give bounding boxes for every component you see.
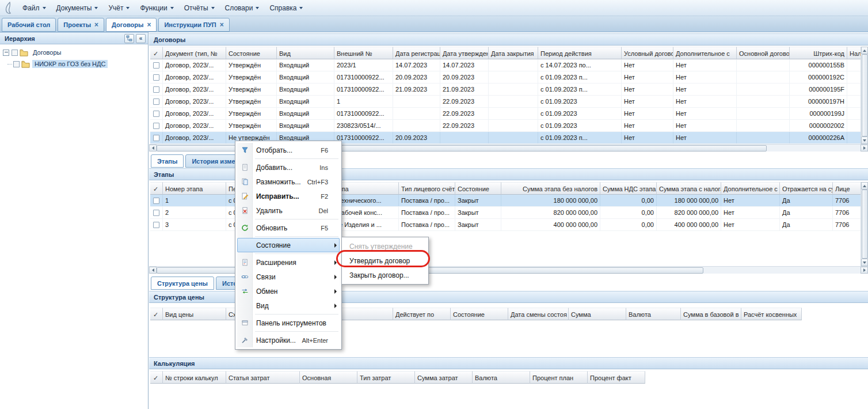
scroll-right-button[interactable]: [861, 145, 868, 152]
document-tab[interactable]: Договоры×: [106, 18, 157, 32]
column-header[interactable]: Сумма: [569, 308, 626, 320]
context-menu-item[interactable]: Состояние: [237, 238, 340, 252]
context-menu-item[interactable]: Добавить...Ins: [237, 160, 340, 175]
column-header[interactable]: Дата закрытия: [489, 47, 538, 59]
tab-close-icon[interactable]: ×: [147, 21, 151, 28]
section-tab[interactable]: Структура цены: [151, 277, 214, 290]
context-menu-item[interactable]: УдалитьDel: [237, 203, 340, 218]
scroll-up-button[interactable]: [861, 182, 868, 190]
column-header[interactable]: Сумма затрат: [415, 371, 473, 384]
menubar-item[interactable]: Функции: [135, 0, 178, 16]
menubar-item[interactable]: Документы: [51, 0, 104, 16]
row-checkbox[interactable]: [153, 123, 159, 129]
column-header[interactable]: Дата регистрации: [393, 47, 440, 59]
column-header[interactable]: Отражается на су: [780, 182, 833, 195]
column-header[interactable]: Дата смены состоя: [508, 308, 569, 320]
column-header[interactable]: Дополнительное с: [721, 182, 780, 195]
column-header[interactable]: Сумма этапа с налогами: [657, 182, 721, 195]
tree-expander-icon[interactable]: [3, 50, 9, 56]
column-header[interactable]: Основной договор: [737, 47, 790, 59]
tree-view-icon[interactable]: [124, 34, 134, 43]
scrollbar-thumb[interactable]: [862, 54, 868, 137]
row-checkbox[interactable]: [153, 210, 159, 216]
column-header[interactable]: ✓: [150, 47, 163, 59]
context-submenu-item[interactable]: Закрыть договор...: [344, 268, 427, 282]
column-header[interactable]: Состояние: [226, 47, 277, 59]
context-menu-item[interactable]: Панель инструментов: [237, 316, 340, 330]
column-header[interactable]: Вид: [277, 47, 334, 59]
document-tab[interactable]: Проекты×: [58, 18, 104, 32]
column-header[interactable]: Условный договор: [622, 47, 673, 59]
document-tab[interactable]: Рабочий стол: [2, 18, 56, 32]
column-header[interactable]: Расчёт косвенных: [741, 308, 802, 320]
contracts-vertical-scrollbar[interactable]: [861, 47, 868, 144]
column-header[interactable]: Сумма в базовой в: [681, 308, 741, 320]
column-header[interactable]: Номер этапа: [163, 182, 226, 195]
tree-checkbox[interactable]: [12, 50, 18, 56]
menubar-item[interactable]: Словари: [220, 0, 265, 16]
context-menu-item[interactable]: Связи: [237, 270, 340, 284]
context-submenu-item[interactable]: Снять утверждение: [344, 239, 427, 253]
context-menu-item[interactable]: Размножить...Ctrl+F3: [237, 175, 340, 189]
column-header[interactable]: Процент план: [530, 371, 588, 384]
stages-vertical-scrollbar[interactable]: [861, 182, 868, 266]
column-header[interactable]: Дополнительное с: [673, 47, 737, 59]
column-header[interactable]: ✓: [150, 371, 163, 384]
column-header[interactable]: Статья затрат: [226, 371, 300, 384]
row-checkbox[interactable]: [153, 198, 159, 204]
column-header[interactable]: Состояние: [455, 182, 501, 195]
menubar-item[interactable]: Файл: [17, 0, 51, 16]
table-row[interactable]: Договор, 2023/...УтверждёнВходящий017310…: [150, 84, 868, 96]
document-tab[interactable]: Инструкции ПУП×: [158, 18, 229, 32]
table-row[interactable]: Договор, 2023/...УтверждёнВходящий017310…: [150, 108, 868, 120]
table-row[interactable]: Договор, 2023/...УтверждёнВходящий230823…: [150, 120, 868, 132]
scroll-down-button[interactable]: [861, 137, 868, 144]
context-menu-item[interactable]: ОбновитьF5: [237, 221, 340, 235]
column-header[interactable]: Процент факт: [588, 371, 645, 384]
column-header[interactable]: Сумма этапа без налогов: [501, 182, 600, 195]
column-header[interactable]: Документ (тип, №: [163, 47, 226, 59]
column-header[interactable]: Состояние: [451, 308, 508, 320]
scroll-left-button[interactable]: [149, 267, 157, 274]
scroll-up-button[interactable]: [861, 47, 868, 54]
row-checkbox[interactable]: [153, 135, 159, 141]
scroll-down-button[interactable]: [861, 259, 868, 266]
column-header[interactable]: Дата утверждения: [440, 47, 489, 59]
row-checkbox[interactable]: [153, 74, 159, 81]
tree-item[interactable]: Договоры: [3, 47, 148, 58]
row-checkbox[interactable]: [153, 222, 159, 228]
column-header[interactable]: Вид цены: [163, 308, 226, 320]
column-header[interactable]: Сумма НДС этапа: [600, 182, 657, 195]
table-row[interactable]: Договор, 2023/...УтверждёнВходящий017310…: [150, 71, 868, 84]
context-menu-item[interactable]: Настройки...Alt+Enter: [237, 333, 340, 347]
column-header[interactable]: ✓: [150, 182, 163, 195]
collapse-panel-button[interactable]: «: [136, 34, 146, 43]
scrollbar-thumb[interactable]: [862, 190, 868, 259]
column-header[interactable]: Валюта: [473, 371, 530, 384]
column-header[interactable]: Валюта: [626, 308, 681, 320]
column-header[interactable]: Внешний №: [334, 47, 393, 59]
tree-checkbox[interactable]: [13, 61, 20, 67]
column-header[interactable]: Тип лицевого счёт: [399, 182, 455, 195]
context-menu-item[interactable]: Исправить...F2: [237, 189, 340, 203]
context-menu-item[interactable]: Обмен: [237, 284, 340, 298]
row-checkbox[interactable]: [153, 86, 159, 93]
table-row[interactable]: Договор, 2023/...УтверждёнВходящий2023/1…: [150, 59, 868, 71]
row-checkbox[interactable]: [153, 111, 159, 117]
menubar-item[interactable]: Учёт: [103, 0, 135, 16]
column-header[interactable]: ✓: [150, 308, 163, 320]
context-menu-item[interactable]: Отобрать...F6: [237, 143, 340, 157]
context-menu-item[interactable]: Расширения: [237, 255, 340, 270]
menubar-item[interactable]: Отчёты: [179, 0, 220, 16]
context-menu-item[interactable]: Вид: [237, 298, 340, 313]
column-header[interactable]: Период действия: [538, 47, 622, 59]
scroll-right-button[interactable]: [861, 267, 868, 274]
tree-item[interactable]: НИОКР по ГОЗ без НДС: [3, 58, 148, 70]
column-header[interactable]: Тип затрат: [357, 371, 415, 384]
scroll-left-button[interactable]: [149, 145, 157, 152]
menubar-item[interactable]: Справка: [264, 0, 308, 16]
column-header[interactable]: Основная: [300, 371, 357, 384]
tab-close-icon[interactable]: ×: [94, 21, 98, 28]
column-header[interactable]: Действует по: [393, 308, 451, 320]
column-header[interactable]: Штрих-код: [790, 47, 847, 59]
